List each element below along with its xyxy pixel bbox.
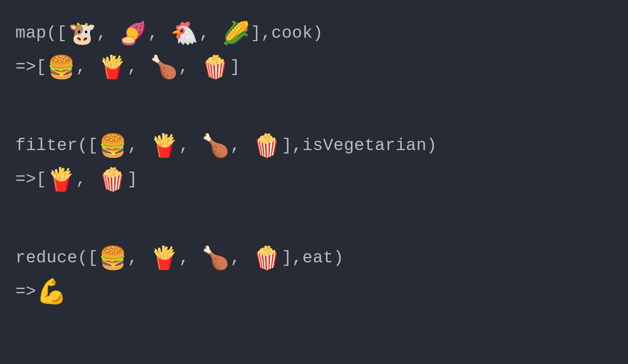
separator: ,: [179, 245, 189, 270]
separator: ,: [97, 20, 107, 46]
separator: ,: [148, 20, 158, 46]
map-call-line: map([🐮,🍠,🐔,🌽], cook): [15, 16, 613, 50]
fn-arg: eat: [302, 245, 334, 270]
separator: ,: [199, 20, 210, 46]
spacer: [15, 84, 613, 129]
fn-name: reduce: [15, 245, 77, 270]
muscle-emoji: 💪: [36, 279, 67, 304]
reduce-call-line: reduce([🍔,🍟,🍗,🍿], eat): [15, 241, 613, 275]
close-bracket: ],: [282, 245, 302, 270]
close-paren: ): [313, 20, 323, 46]
separator: ,: [128, 133, 138, 158]
drumstick-emoji: 🍗: [202, 134, 230, 157]
fries-emoji: 🍟: [99, 56, 127, 78]
drumstick-emoji: 🍗: [202, 247, 230, 269]
popcorn-emoji: 🍿: [201, 56, 229, 78]
popcorn-emoji: 🍿: [253, 247, 281, 269]
close-paren: ): [427, 133, 437, 158]
close-bracket: ],: [251, 20, 271, 46]
corn-emoji: 🌽: [222, 22, 250, 44]
close-paren: ): [334, 245, 344, 270]
fries-emoji: 🍟: [150, 247, 179, 269]
fries-emoji: 🍟: [47, 168, 75, 190]
separator: ,: [127, 54, 138, 80]
filter-result-line: => [🍟,🍿]: [15, 162, 613, 196]
separator: ,: [76, 167, 86, 192]
separator: ,: [230, 133, 241, 158]
filter-call-line: filter([🍔,🍟,🍗,🍿], isVegetarian): [15, 129, 613, 162]
reduce-result-line: => 💪: [15, 275, 613, 309]
separator: ,: [76, 54, 86, 80]
map-result-line: => [🍔,🍟,🍗,🍿]: [15, 50, 613, 84]
code-diagram: map([🐮,🍠,🐔,🌽], cook) => [🍔,🍟,🍗,🍿] filter…: [15, 16, 613, 309]
chicken-emoji: 🐔: [170, 22, 199, 44]
open-bracket: ([: [77, 245, 98, 270]
popcorn-emoji: 🍿: [253, 134, 281, 157]
separator: ,: [179, 133, 189, 158]
fn-name: map: [15, 20, 47, 46]
close-bracket: ]: [127, 167, 138, 192]
arrow: =>: [15, 54, 36, 80]
drumstick-emoji: 🍗: [150, 56, 178, 78]
cow-emoji: 🐮: [68, 22, 96, 44]
arrow: =>: [15, 279, 36, 304]
separator: ,: [179, 54, 189, 80]
fn-name: filter: [15, 133, 77, 158]
close-bracket: ],: [282, 133, 302, 158]
spacer: [15, 196, 613, 241]
separator: ,: [230, 245, 241, 270]
close-bracket: ]: [230, 54, 240, 80]
burger-emoji: 🍔: [99, 247, 127, 269]
open-bracket: ([: [47, 20, 67, 46]
fn-arg: isVegetarian: [302, 133, 427, 158]
fn-arg: cook: [271, 20, 313, 46]
arrow: =>: [15, 167, 36, 192]
popcorn-emoji: 🍿: [99, 168, 127, 190]
separator: ,: [128, 245, 138, 270]
fries-emoji: 🍟: [150, 134, 179, 157]
potato-emoji: 🍠: [119, 22, 147, 44]
burger-emoji: 🍔: [47, 56, 75, 78]
open-bracket: [: [36, 54, 47, 80]
open-bracket: ([: [77, 133, 98, 158]
open-bracket: [: [36, 167, 47, 192]
burger-emoji: 🍔: [99, 134, 127, 157]
